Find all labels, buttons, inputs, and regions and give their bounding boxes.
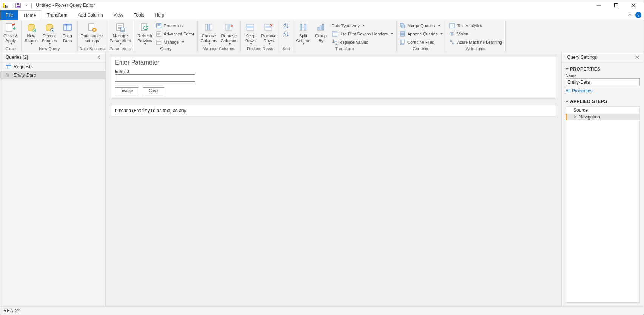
- query-item-requests[interactable]: Requests: [0, 63, 105, 71]
- ribbon-group-label: Query: [136, 46, 196, 52]
- query-name-input[interactable]: [566, 78, 640, 86]
- split-column-button[interactable]: Split Column: [295, 21, 312, 46]
- sort-asc-icon: AZ: [283, 22, 290, 29]
- append-queries-button[interactable]: Append Queries: [398, 30, 444, 38]
- svg-rect-0: [3, 3, 4, 8]
- collapse-queries-icon[interactable]: [96, 55, 101, 60]
- tab-add-column[interactable]: Add Column: [73, 10, 108, 20]
- svg-rect-2: [6, 6, 8, 8]
- manage-parameters-button[interactable]: Manage Parameters: [108, 21, 132, 46]
- svg-rect-76: [320, 26, 321, 30]
- center-pane: Enter Parameter EntityId Invoke Clear fu…: [106, 52, 562, 306]
- keep-rows-icon: [245, 22, 256, 33]
- remove-columns-button[interactable]: Remove Columns: [219, 21, 238, 46]
- close-window-button[interactable]: [625, 0, 642, 10]
- enter-data-button[interactable]: Enter Data: [59, 21, 76, 46]
- text-analytics-button[interactable]: Text Analytics: [447, 22, 503, 29]
- svg-rect-7: [615, 4, 618, 7]
- maximize-button[interactable]: [607, 0, 625, 10]
- applied-step-navigation[interactable]: ✕Navigation: [566, 114, 639, 120]
- svg-point-92: [451, 33, 453, 35]
- combine-files-icon: [400, 39, 406, 45]
- properties-button[interactable]: Properties: [154, 22, 196, 29]
- tab-home[interactable]: Home: [18, 10, 41, 20]
- new-source-button[interactable]: New Source: [23, 21, 40, 46]
- content-area: Queries [2] Requests fx Entity-Data Ente…: [0, 52, 644, 306]
- query-item-entity-data[interactable]: fx Entity-Data: [0, 71, 105, 79]
- enter-parameter-title: Enter Parameter: [115, 59, 552, 66]
- manage-parameters-icon: [115, 22, 126, 33]
- first-row-headers-button[interactable]: Use First Row as Headers: [330, 30, 395, 38]
- data-type-button[interactable]: Data Type: Any: [330, 22, 395, 29]
- save-icon[interactable]: [15, 2, 21, 8]
- keep-rows-button[interactable]: Keep Rows: [242, 21, 259, 46]
- clear-button[interactable]: Clear: [143, 87, 164, 94]
- tab-tools[interactable]: Tools: [128, 10, 149, 20]
- refresh-preview-button[interactable]: Refresh Preview: [136, 21, 154, 46]
- ribbon-group-label: Combine: [398, 46, 444, 52]
- svg-marker-38: [147, 26, 148, 27]
- close-apply-icon: [5, 22, 16, 33]
- ribbon-group-label: Manage Columns: [199, 46, 239, 52]
- svg-text:Z: Z: [283, 24, 286, 28]
- combine-files-button[interactable]: Combine Files: [398, 38, 444, 46]
- svg-rect-84: [400, 32, 405, 34]
- close-apply-button[interactable]: Close & Apply: [2, 21, 20, 46]
- ribbon: Close & Apply Close New Source Recent So…: [0, 20, 644, 52]
- tab-view[interactable]: View: [108, 10, 129, 20]
- tab-transform[interactable]: Transform: [41, 10, 72, 20]
- remove-rows-button[interactable]: Remove Rows: [260, 21, 278, 46]
- ribbon-group-ai: Text Analytics Vision Azure Machine Lear…: [446, 20, 505, 52]
- titlebar: | | Untitled - Power Query Editor: [0, 0, 644, 10]
- svg-rect-49: [207, 24, 210, 30]
- data-source-settings-button[interactable]: Data source settings: [79, 21, 105, 46]
- entityid-input[interactable]: [115, 74, 195, 82]
- tab-help[interactable]: Help: [149, 10, 169, 20]
- function-signature: function (EntityId as text) as any: [111, 104, 556, 117]
- sort-asc-button[interactable]: AZ: [281, 22, 291, 29]
- ribbon-group-combine: Merge Queries Append Queries Combine Fil…: [397, 20, 446, 52]
- applied-steps-heading[interactable]: APPLIED STEPS: [566, 99, 640, 104]
- svg-point-29: [94, 29, 95, 31]
- ribbon-group-parameters: Manage Parameters Parameters: [106, 20, 134, 52]
- group-by-button[interactable]: Group By: [313, 21, 329, 46]
- svg-rect-42: [157, 32, 161, 36]
- ribbon-group-close: Close & Apply Close: [0, 20, 22, 52]
- new-source-icon: [26, 22, 37, 33]
- replace-values-button[interactable]: 12Replace Values: [330, 38, 395, 46]
- vision-button[interactable]: Vision: [447, 30, 503, 38]
- qat-dropdown-icon[interactable]: [23, 2, 29, 8]
- replace-icon: 12: [332, 39, 338, 45]
- status-text: READY: [3, 308, 20, 313]
- ribbon-group-label: Data Sources: [79, 46, 105, 52]
- minimize-button[interactable]: [590, 0, 607, 10]
- delete-step-icon[interactable]: ✕: [573, 114, 577, 120]
- advanced-editor-button[interactable]: Advanced Editor: [154, 30, 196, 38]
- title-sep: |: [12, 3, 13, 8]
- manage-query-button[interactable]: Manage: [154, 38, 196, 46]
- close-settings-icon[interactable]: [635, 55, 640, 60]
- recent-sources-button[interactable]: Recent Sources: [40, 21, 58, 46]
- applied-step-source[interactable]: Source: [566, 107, 639, 114]
- properties-heading[interactable]: PROPERTIES: [566, 66, 640, 72]
- tab-file[interactable]: File: [0, 10, 18, 20]
- all-properties-link[interactable]: All Properties: [566, 88, 592, 94]
- azure-ml-button[interactable]: Azure Machine Learning: [447, 38, 503, 46]
- ribbon-group-transform: Split Column Group By Data Type: Any Use…: [293, 20, 397, 52]
- help-icon[interactable]: ?: [635, 12, 641, 18]
- query-name: Entity-Data: [14, 72, 36, 78]
- remove-rows-icon: [263, 22, 274, 33]
- sort-desc-button[interactable]: ZA: [281, 30, 291, 38]
- ribbon-group-newquery: New Source Recent Sources Enter Data New…: [22, 20, 78, 52]
- queries-pane: Queries [2] Requests fx Entity-Data: [0, 52, 106, 306]
- invoke-button[interactable]: Invoke: [115, 87, 138, 94]
- ribbon-group-label: New Query: [23, 46, 76, 52]
- svg-rect-73: [304, 24, 306, 30]
- remove-columns-icon: [223, 22, 235, 33]
- svg-text:2: 2: [335, 40, 337, 45]
- enter-data-icon: [62, 22, 73, 33]
- ribbon-collapse-icon[interactable]: [627, 12, 632, 18]
- merge-queries-button[interactable]: Merge Queries: [398, 22, 444, 29]
- ribbon-group-reduce-rows: Keep Rows Remove Rows Reduce Rows: [241, 20, 280, 52]
- choose-columns-button[interactable]: Choose Columns: [199, 21, 218, 46]
